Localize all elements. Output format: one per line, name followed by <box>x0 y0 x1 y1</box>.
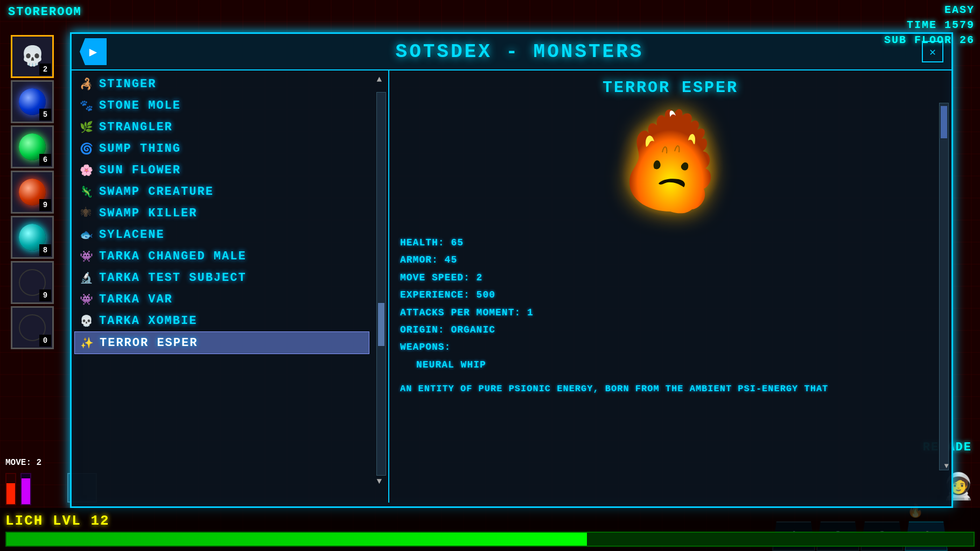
list-item[interactable]: TARKA CHANGED MALE <box>74 245 369 267</box>
list-item[interactable]: SUN FLOWER <box>74 159 369 181</box>
monster-list: STINGER STONE MOLE STRANGLER SUMP THING … <box>74 73 386 500</box>
stat-move-speed: MOVE SPEED: 2 <box>400 269 941 286</box>
stat-attacks: ATTACKS PER MOMENT: 1 <box>400 304 941 321</box>
bottom-hud: LICH LVL 12 <box>0 508 980 551</box>
detail-scrollbar-thumb <box>941 106 947 138</box>
tarka-xombie-icon <box>79 313 94 328</box>
left-sidebar: 💀 2 5 6 9 8 9 0 <box>0 32 65 352</box>
list-item[interactable]: SUMP THING <box>74 138 369 159</box>
weapon-item: NEURAL WHIP <box>416 356 941 373</box>
level-bar-fill <box>6 533 587 546</box>
health-bar <box>5 473 16 505</box>
monster-name: TARKA TEST SUBJECT <box>99 271 247 285</box>
storeroom-label: STOREROOM <box>5 3 85 22</box>
move-label: MOVE: 2 <box>5 458 41 468</box>
monster-name: STINGER <box>99 77 156 91</box>
terror-esper-body <box>617 104 724 225</box>
list-item[interactable]: SYLACENE <box>74 224 369 245</box>
level-bar-section: LICH LVL 12 <box>0 513 980 547</box>
level-text: LICH LVL 12 <box>5 513 975 529</box>
sidebar-badge-0: 2 <box>39 63 51 75</box>
list-item[interactable]: STRANGLER <box>74 116 369 138</box>
detail-scrollbar[interactable] <box>939 103 949 470</box>
sidebar-badge-2: 6 <box>39 154 51 166</box>
list-item[interactable]: STINGER <box>74 73 369 95</box>
sidebar-badge-4: 8 <box>39 244 51 256</box>
sidebar-badge-5: 9 <box>39 289 51 301</box>
top-hud: STOREROOM EASY TIME 1579 SUB FLOOR 26 <box>0 0 980 38</box>
difficulty-label: EASY <box>884 3 975 18</box>
list-scrollbar-thumb <box>378 303 384 346</box>
monster-name: TARKA CHANGED MALE <box>99 250 247 263</box>
monster-detail-panel: TERROR ESPER <box>389 70 951 503</box>
monster-name: TARKA VAR <box>99 293 173 306</box>
stat-origin: ORIGIN: ORGANIC <box>400 321 941 338</box>
sidebar-icon-2[interactable]: 6 <box>11 125 54 168</box>
list-scroll-down[interactable]: ▼ <box>376 477 382 486</box>
list-scrollbar[interactable] <box>376 92 386 476</box>
terror-esper-list-icon <box>79 335 94 350</box>
sidebar-icon-5[interactable]: 9 <box>11 261 54 304</box>
list-item[interactable]: TARKA XOMBIE <box>74 310 369 331</box>
sylacene-icon <box>79 227 94 242</box>
terror-esper-svg <box>617 104 724 222</box>
list-item[interactable]: TARKA TEST SUBJECT <box>74 267 369 288</box>
subfloor-label: SUB FLOOR 26 <box>884 33 975 48</box>
monster-name: SWAMP KILLER <box>99 207 197 220</box>
sidebar-icon-6[interactable]: 0 <box>11 306 54 349</box>
back-button[interactable]: ▶ <box>80 38 107 65</box>
monster-name: TARKA XOMBIE <box>99 314 197 328</box>
list-item[interactable]: STONE MOLE <box>74 95 369 116</box>
mana-bar <box>20 473 31 505</box>
list-item[interactable]: TARKA VAR <box>74 288 369 310</box>
sidebar-icon-3[interactable]: 9 <box>11 171 54 214</box>
health-bar-fill <box>6 483 15 504</box>
swamp-killer-icon <box>79 206 94 221</box>
mana-bar-fill <box>22 478 30 504</box>
tarka-changed-icon <box>79 249 94 264</box>
stat-weapons-label: WEAPONS: <box>400 338 941 356</box>
top-right-info: EASY TIME 1579 SUB FLOOR 26 <box>884 3 975 48</box>
monster-list-panel: ▲ STINGER STONE MOLE STRANGLER SUMP THI <box>72 70 389 503</box>
detail-scroll-down[interactable]: ▼ <box>944 462 949 470</box>
monster-name: SUN FLOWER <box>99 164 181 177</box>
list-item-selected[interactable]: TERROR ESPER <box>74 331 369 354</box>
sun-flower-icon <box>79 163 94 178</box>
sidebar-icon-4[interactable]: 8 <box>11 216 54 259</box>
stat-health: HEALTH: 65 <box>400 234 941 251</box>
list-item[interactable]: SWAMP CREATURE <box>74 181 369 202</box>
monster-name: STRANGLER <box>99 121 173 134</box>
stone-mole-icon <box>79 98 94 113</box>
sidebar-icon-skull[interactable]: 💀 2 <box>11 35 54 78</box>
tarka-test-icon <box>79 270 94 285</box>
sidebar-badge-3: 9 <box>39 199 51 211</box>
list-scroll-up[interactable]: ▲ <box>376 75 382 84</box>
monster-name: STONE MOLE <box>99 99 181 112</box>
window-title: SOTSDEX - MONSTERS <box>117 41 922 63</box>
sidebar-badge-6: 0 <box>39 335 51 347</box>
health-section <box>5 473 31 505</box>
level-bar <box>5 532 975 547</box>
weapons-list: NEURAL WHIP <box>416 356 941 373</box>
content-area: ▲ STINGER STONE MOLE STRANGLER SUMP THI <box>72 70 951 503</box>
tarka-var-icon <box>79 292 94 307</box>
stat-armor: ARMOR: 45 <box>400 251 941 269</box>
swamp-creature-icon <box>79 184 94 199</box>
monster-name: SUMP THING <box>99 142 181 156</box>
sidebar-icon-1[interactable]: 5 <box>11 80 54 123</box>
monster-name: SWAMP CREATURE <box>99 185 214 199</box>
monster-stats: HEALTH: 65 ARMOR: 45 MOVE SPEED: 2 EXPER… <box>400 234 941 373</box>
list-item[interactable]: SWAMP KILLER <box>74 202 369 224</box>
main-window: ▶ SOTSDEX - MONSTERS ✕ ▲ STINGER STONE M… <box>70 32 953 508</box>
sidebar-badge-1: 5 <box>39 109 51 121</box>
window-header: ▶ SOTSDEX - MONSTERS ✕ <box>72 34 951 70</box>
monster-image-area <box>400 105 941 223</box>
strangler-icon <box>79 119 94 135</box>
monster-name: SYLACENE <box>99 228 165 242</box>
back-icon: ▶ <box>89 44 97 60</box>
stinger-icon <box>79 76 94 91</box>
terror-esper-image <box>617 105 724 223</box>
monster-name-selected: TERROR ESPER <box>100 336 198 350</box>
monster-description: AN ENTITY OF PURE PSIONIC ENERGY, BORN F… <box>400 382 941 396</box>
stat-experience: EXPERIENCE: 500 <box>400 286 941 303</box>
